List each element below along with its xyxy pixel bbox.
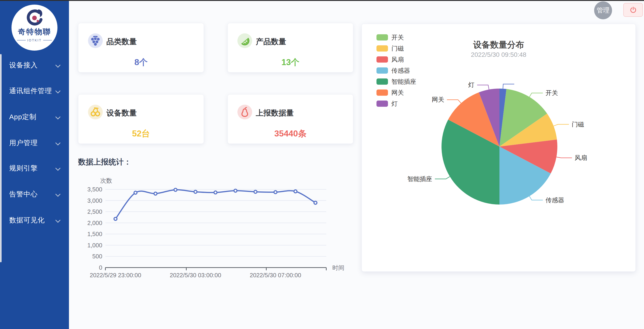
y-axis-name: 次数: [100, 177, 112, 184]
pie-slice-label: 网关: [432, 96, 444, 103]
grapes-icon: [88, 33, 103, 48]
stat-card-report-count: 上报数据量 35440条: [228, 94, 353, 144]
data-point[interactable]: [214, 191, 217, 194]
rule-line: [43, 40, 52, 41]
y-tick-label: 2,500: [87, 208, 102, 215]
brand-name-en: IOTKIT: [17, 39, 52, 42]
data-point[interactable]: [134, 191, 137, 194]
pie-slice-label: 灯: [468, 82, 474, 88]
pie-label-line: [529, 196, 543, 200]
stat-card-value: 8个: [78, 57, 204, 68]
y-tick-label: 2,000: [87, 219, 102, 226]
iotkit-logo-icon: [25, 8, 44, 28]
sidebar-item-rule-engine[interactable]: 规则引擎: [0, 164, 69, 173]
sidebar-item-data-visualization[interactable]: 数据可见化: [0, 216, 69, 225]
y-tick-label: 0: [99, 264, 102, 271]
power-icon: [629, 6, 637, 14]
device-distribution-pie[interactable]: 开关门磁风扇传感器智能插座网关灯: [362, 24, 636, 271]
sidebar-item-alarm-center[interactable]: 告警中心: [0, 190, 69, 199]
stat-card-value: 13个: [228, 57, 353, 68]
chevron-down-icon: [56, 218, 61, 223]
pie-slice-label: 智能插座: [407, 176, 432, 182]
rule-line: [17, 40, 26, 41]
chevron-down-icon: [56, 88, 61, 94]
line-chart-heading: 数据上报统计：: [78, 157, 131, 167]
chevron-down-icon: [56, 63, 61, 68]
sidebar-item-app-custom[interactable]: App定制: [0, 112, 69, 122]
stat-card-title: 产品数量: [256, 37, 286, 47]
sidebar-item-device-access[interactable]: 设备接入: [0, 61, 69, 70]
chevron-down-icon: [56, 140, 61, 146]
stat-card-value: 35440条: [228, 128, 353, 139]
stat-card-value: 52台: [78, 128, 204, 139]
y-tick-label: 1,000: [87, 242, 102, 249]
lemon-icon: [238, 33, 252, 48]
device-distribution-card: 设备数量分布 2022/5/30 09:50:48 开关门磁风扇传感器智能插座网…: [362, 24, 636, 272]
stat-card-title: 上报数据量: [256, 108, 294, 118]
cherry-icon: [88, 105, 103, 119]
data-point[interactable]: [154, 192, 157, 195]
dashboard-page: 奇特物聯 IOTKIT 设备接入 通讯组件管理 App定制 用户管理 规则引擎: [0, 0, 644, 329]
pie-label-line: [556, 157, 572, 158]
stat-card-title: 品类数量: [106, 37, 137, 47]
y-tick-label: 500: [92, 253, 102, 260]
pear-icon: [238, 105, 252, 119]
pie-slice-label: 风扇: [575, 154, 587, 161]
sidebar-item-user-mgmt[interactable]: 用户管理: [0, 138, 69, 147]
pie-label-line: [435, 176, 450, 179]
y-tick-label: 1,500: [87, 230, 102, 237]
y-tick-label: 3,500: [87, 186, 102, 193]
avatar[interactable]: 管理: [594, 2, 612, 19]
logout-power-button[interactable]: [623, 3, 643, 17]
data-point[interactable]: [234, 189, 237, 192]
data-point[interactable]: [254, 190, 257, 193]
x-tick-label: 2022/5/30 07:00:00: [250, 272, 301, 279]
x-axis-name: 时间: [332, 264, 344, 271]
stat-card-category-count: 品类数量 8个: [78, 23, 204, 73]
data-point[interactable]: [294, 190, 297, 193]
x-tick-label: 2022/5/30 03:00:00: [170, 272, 221, 279]
x-tick-label: 2022/5/29 23:00:00: [90, 272, 141, 279]
data-point[interactable]: [174, 188, 177, 191]
pie-label-line: [477, 85, 489, 90]
window-top-edge: [0, 0, 644, 1]
stat-card-device-count: 设备数量 52台: [78, 94, 204, 144]
data-point[interactable]: [314, 201, 317, 204]
report-line-chart[interactable]: 05001,0001,5002,0002,5003,0003,5002022/5…: [76, 175, 361, 283]
brand-logo: 奇特物聯 IOTKIT: [12, 5, 58, 51]
data-point[interactable]: [274, 191, 277, 194]
sidebar-scrollbar[interactable]: [0, 54, 2, 262]
data-point[interactable]: [114, 217, 117, 220]
data-point[interactable]: [194, 190, 197, 193]
stat-card-product-count: 产品数量 13个: [228, 23, 353, 73]
pie-slice-label: 门磁: [572, 121, 584, 128]
pie-label-line: [529, 93, 543, 97]
pie-label-line: [554, 124, 569, 126]
brand-name-cn: 奇特物聯: [18, 27, 51, 37]
pie-slice-label: 传感器: [546, 197, 564, 204]
y-tick-label: 3,000: [87, 197, 102, 204]
sidebar-item-comm-component-mgmt[interactable]: 通讯组件管理: [0, 86, 69, 96]
chevron-down-icon: [56, 192, 61, 197]
pie-label-line: [447, 100, 461, 103]
sidebar: 奇特物聯 IOTKIT 设备接入 通讯组件管理 App定制 用户管理 规则引擎: [0, 1, 69, 329]
pie-slice-label: 开关: [546, 90, 558, 96]
pie-label-line: [503, 84, 514, 89]
stat-card-title: 设备数量: [106, 108, 137, 118]
chevron-down-icon: [56, 166, 61, 171]
chevron-down-icon: [56, 114, 61, 120]
